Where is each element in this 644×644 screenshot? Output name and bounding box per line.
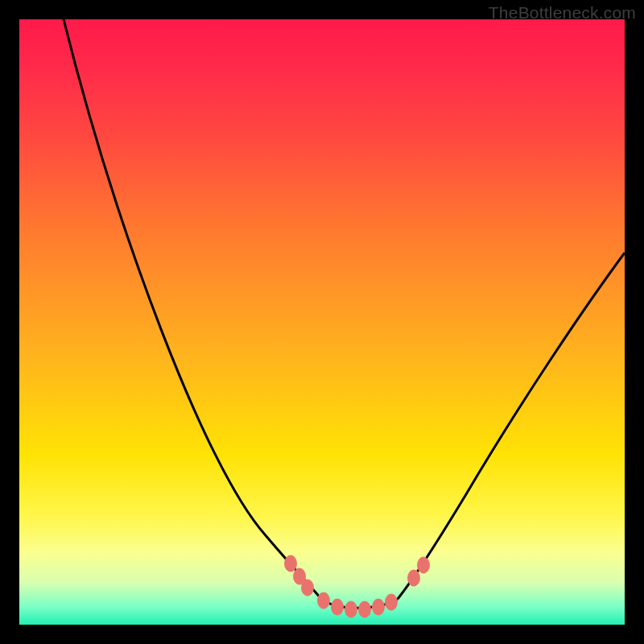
marker-dot — [417, 557, 430, 574]
chart-plot-area — [19, 19, 625, 625]
marker-dot — [385, 594, 398, 611]
marker-dot — [345, 601, 357, 618]
marker-dot — [301, 580, 314, 597]
bottleneck-curve — [19, 19, 625, 625]
marker-dot — [358, 601, 371, 618]
series-right-curve — [398, 253, 625, 599]
curve-paths — [64, 19, 625, 608]
series-left-curve — [64, 19, 321, 599]
marker-dot — [331, 599, 344, 616]
marker-dot — [407, 570, 420, 587]
marker-dot — [372, 599, 385, 616]
marker-dot — [284, 555, 297, 572]
marker-dot — [317, 592, 330, 609]
watermark-text: TheBottleneck.com — [489, 3, 636, 23]
